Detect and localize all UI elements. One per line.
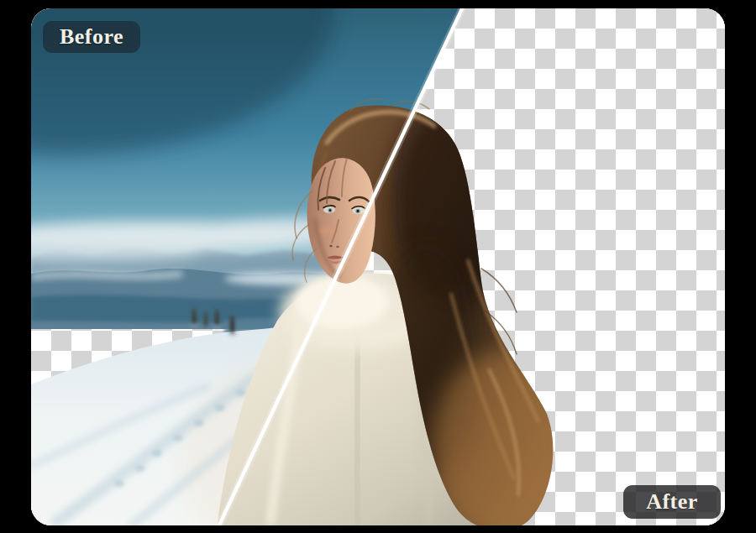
- comparison-image: Before After: [31, 8, 725, 525]
- before-after-card: Before After: [0, 0, 756, 533]
- before-badge: Before: [43, 21, 140, 53]
- before-badge-label: Before: [60, 24, 123, 50]
- photo-scene: [31, 8, 725, 525]
- after-badge-label: After: [646, 489, 698, 515]
- after-badge: After: [623, 485, 721, 519]
